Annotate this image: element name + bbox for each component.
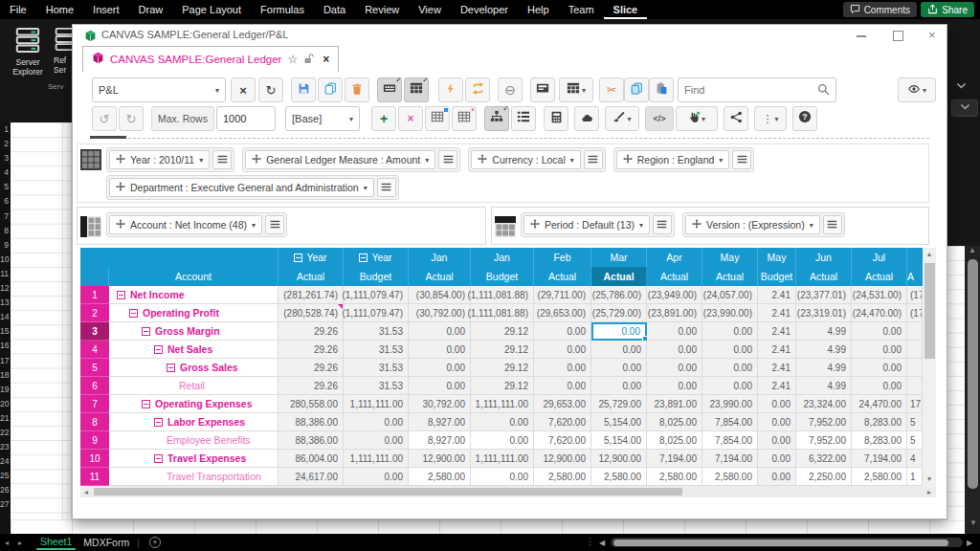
- pivot-cell[interactable]: 29.26: [278, 359, 344, 377]
- pivot-cell[interactable]: 2.41: [758, 377, 796, 395]
- pivot-cell[interactable]: (1,111,081.88): [471, 304, 534, 322]
- pivot-cell[interactable]: 23,324.00: [796, 395, 852, 413]
- column-header-measure[interactable]: Actual: [409, 267, 471, 286]
- menu-item-page-layout[interactable]: Page Layout: [172, 0, 251, 19]
- pivot-cell[interactable]: 0.00: [852, 341, 907, 359]
- grid-options-dropdown[interactable]: ▾: [559, 77, 593, 102]
- pivot-cell[interactable]: (1,111,079.47): [344, 286, 409, 304]
- page-axis-icon[interactable]: [80, 149, 101, 170]
- member-list-button[interactable]: [212, 150, 232, 169]
- pivot-cell[interactable]: 4.99: [796, 322, 852, 341]
- pivot-cell[interactable]: (23,949.00): [647, 286, 702, 304]
- help-button[interactable]: ?: [792, 106, 817, 131]
- excel-row-number[interactable]: 11: [0, 267, 11, 281]
- pivot-cell[interactable]: 29.12: [471, 341, 534, 359]
- excel-vertical-scrollbar[interactable]: ▲: [965, 246, 980, 534]
- pivot-cell[interactable]: 0.00: [591, 341, 647, 359]
- pivot-cell[interactable]: 29.26: [278, 341, 344, 359]
- delete-button[interactable]: [345, 77, 369, 102]
- column-header-measure[interactable]: A: [907, 267, 923, 286]
- pivot-cell[interactable]: 7,952.00: [796, 413, 852, 431]
- move-icon[interactable]: [116, 219, 125, 231]
- member-list-button[interactable]: [823, 215, 842, 234]
- sheet-tab-sheet1[interactable]: Sheet1: [36, 535, 76, 550]
- scrollbar-thumb[interactable]: [94, 488, 682, 496]
- member-list-button[interactable]: [265, 215, 284, 234]
- pivot-cell[interactable]: 7,854.00: [702, 413, 758, 431]
- document-tab[interactable]: CANVAS SAMPLE:General Ledger ☆ ×: [82, 46, 339, 72]
- toggle-table-grid-button[interactable]: ✓: [404, 77, 429, 102]
- account-cell[interactable]: Gross Margin: [109, 322, 278, 341]
- pivot-cell[interactable]: (30,854.00): [409, 286, 471, 304]
- pivot-cell[interactable]: 4.99: [796, 341, 852, 359]
- pivot-cell[interactable]: 0.00: [702, 322, 758, 341]
- pivot-row-number[interactable]: 3: [80, 322, 109, 341]
- code-view-button[interactable]: </>: [645, 106, 674, 131]
- chevron-down-icon[interactable]: ▾: [570, 156, 574, 165]
- account-cell[interactable]: Net Sales: [109, 341, 278, 359]
- pivot-cell[interactable]: 29.12: [471, 377, 534, 395]
- account-cell[interactable]: Employee Benefits: [109, 431, 278, 450]
- pivot-cell[interactable]: 7,854.00: [702, 431, 758, 450]
- move-icon[interactable]: [623, 154, 633, 165]
- pivot-cell[interactable]: 2.41: [758, 286, 796, 304]
- pivot-cell[interactable]: 0.00: [471, 431, 534, 450]
- pivot-cell[interactable]: (23,891.00): [647, 304, 702, 322]
- sheet-nav-right-icon[interactable]: ▸: [13, 539, 27, 547]
- move-icon[interactable]: [692, 219, 702, 231]
- view-selector-dropdown[interactable]: P&L ▾: [92, 77, 226, 102]
- column-header-month[interactable]: Year: [278, 248, 344, 267]
- add-sheet-button[interactable]: +: [149, 537, 161, 548]
- move-icon[interactable]: [116, 154, 125, 165]
- pivot-cell[interactable]: 2.41: [758, 304, 796, 322]
- pivot-cell[interactable]: 29.26: [278, 377, 344, 395]
- collapse-icon[interactable]: [142, 327, 150, 336]
- filter-chip[interactable]: Period : Default (13)▾: [523, 215, 650, 234]
- pivot-cell[interactable]: (29,711.00): [534, 286, 591, 304]
- member-list-button[interactable]: [438, 150, 457, 169]
- collapse-icon[interactable]: [142, 400, 150, 408]
- paste-button[interactable]: [649, 77, 674, 102]
- pivot-cell[interactable]: 30,792.00: [409, 395, 471, 413]
- pivot-row-number[interactable]: 10: [80, 450, 109, 468]
- scroll-left-icon[interactable]: ◂: [80, 488, 92, 496]
- excel-row-number[interactable]: 20: [0, 397, 11, 411]
- column-header-month[interactable]: Mar: [591, 248, 647, 267]
- close-button[interactable]: ×: [928, 30, 940, 41]
- cloud-upload-button[interactable]: [574, 106, 599, 131]
- copy-button[interactable]: [624, 77, 649, 102]
- card-view-button[interactable]: [530, 77, 555, 102]
- pivot-cell[interactable]: 0.00: [591, 377, 647, 395]
- pivot-row-number[interactable]: 7: [80, 395, 109, 413]
- move-icon[interactable]: [530, 219, 540, 231]
- pivot-cell[interactable]: 5,154.00: [591, 413, 647, 431]
- pivot-cell[interactable]: 0.00: [758, 413, 796, 431]
- scroll-right-icon[interactable]: ▶: [967, 539, 972, 547]
- column-header-measure[interactable]: Actual: [702, 267, 758, 286]
- column-header-measure[interactable]: Budget: [758, 267, 796, 286]
- pivot-cell[interactable]: 0.00: [534, 341, 591, 359]
- pivot-cell-partial[interactable]: [907, 322, 923, 341]
- grid-horizontal-scrollbar[interactable]: ◂ ▸: [80, 486, 936, 497]
- scroll-left-icon[interactable]: ◀: [599, 539, 605, 547]
- row-number-column[interactable]: 1234567891011121314151617181920212223242…: [0, 122, 11, 534]
- favorite-star-icon[interactable]: ☆: [287, 53, 298, 66]
- pivot-cell[interactable]: 88,386.00: [278, 431, 344, 450]
- pivot-row-number[interactable]: 6: [80, 377, 109, 395]
- account-cell[interactable]: Labor Expenses: [109, 413, 278, 431]
- pivot-cell[interactable]: 2,580.00: [534, 468, 591, 486]
- pivot-cell[interactable]: 4.99: [796, 377, 852, 395]
- scroll-up-icon[interactable]: ▴: [923, 248, 936, 261]
- pivot-cell[interactable]: (25,786.00): [591, 286, 647, 304]
- remove-sheet-table-button[interactable]: ×: [452, 106, 477, 131]
- pivot-cell-partial[interactable]: 4: [907, 450, 923, 468]
- pivot-corner-cell[interactable]: [80, 248, 278, 267]
- pivot-cell[interactable]: (23,377.01): [796, 286, 852, 304]
- excel-row-number[interactable]: 15: [0, 324, 11, 339]
- pivot-cell[interactable]: 0.00: [852, 322, 907, 341]
- base-selector-dropdown[interactable]: [Base] ▾: [285, 106, 360, 131]
- pivot-cell[interactable]: 24,617.00: [278, 468, 344, 486]
- pivot-cell[interactable]: 0.00: [409, 341, 471, 359]
- column-axis-icon[interactable]: [495, 216, 516, 237]
- collapse-icon[interactable]: [154, 418, 163, 427]
